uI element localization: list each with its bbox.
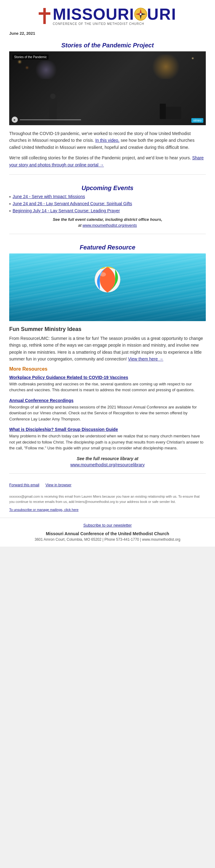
play-button[interactable]: ▶ <box>12 117 18 123</box>
logo-text-group: MISSOURI URI CONFERENCE OF THE UNITED ME… <box>53 6 177 26</box>
video-thumbnail[interactable]: Stories of the Pandemic ▶ vimeo <box>9 51 206 125</box>
video-bg <box>9 51 206 125</box>
events-section-title: Upcoming Events <box>9 181 206 194</box>
resource-link-3[interactable]: What is Discipleship? Small Group Discus… <box>9 427 206 432</box>
video-scene <box>9 51 206 125</box>
events-footer-at: at <box>78 223 82 227</box>
pandemic-body-1: Throughout the COVID-19 pandemic, we've … <box>9 130 206 151</box>
email-date: June 22, 2021 <box>9 31 35 36</box>
subscribe-newsletter-link[interactable]: Subscribe to our newsletter <box>9 523 206 527</box>
unsubscribe-link[interactable]: To unsubscribe or manage mailings, click… <box>9 508 79 512</box>
pandemic-section: Stories of the Pandemic Project <box>0 38 215 168</box>
unsubscribe-line: To unsubscribe or manage mailings, click… <box>0 508 215 512</box>
event-item-2: June 24 and 26 - Lay Servant Advanced Co… <box>9 201 206 207</box>
events-section: Upcoming Events June 24 - Serve with Imp… <box>0 181 215 227</box>
event-item-3: Beginning July 14 - Lay Servant Course: … <box>9 208 206 214</box>
light-effect-2 <box>34 61 58 79</box>
in-this-video-link[interactable]: In this video, <box>95 138 119 143</box>
resource-desc-1: With outbreaks persisting and vaccines o… <box>9 381 206 393</box>
events-calendar-link[interactable]: www.moumethodist.org/events <box>83 223 137 227</box>
resource-link-1[interactable]: Workplace Policy Guidance Related to COV… <box>9 375 206 380</box>
bokeh-1 <box>19 61 21 63</box>
pandemic-section-title: Stories of the Pandemic Project <box>0 38 215 51</box>
pandemic-text-3: We're still collecting stories for the S… <box>9 155 191 160</box>
svg-point-10 <box>100 272 106 277</box>
svg-point-7 <box>140 13 142 15</box>
events-footer-link-line: at www.moumethodist.org/events <box>9 223 206 227</box>
resource-item-3: What is Discipleship? Small Group Discus… <box>9 427 206 451</box>
events-footer-note: See the full event calendar, including d… <box>9 217 206 222</box>
pool-shadow <box>9 297 206 321</box>
tripod-leg <box>160 104 166 119</box>
cross-icon <box>39 8 50 24</box>
resource-item-2: Annual Conference Recordings Recordings … <box>9 398 206 422</box>
church-name: Missouri Annual Conference of the United… <box>9 531 206 536</box>
compass-icon <box>134 8 147 21</box>
fun-ministry-body: From ResourceUMC: Summer is a time for f… <box>9 335 206 363</box>
view-in-browser-link[interactable]: View in browser <box>45 483 71 487</box>
fun-ministry-text: From ResourceUMC: Summer is a time for f… <box>9 336 203 362</box>
resource-desc-3: Many problems in the church today can be… <box>9 433 206 451</box>
divider-3 <box>9 473 206 474</box>
event-link-2[interactable]: June 24 and 26 - Lay Servant Advanced Co… <box>12 201 132 206</box>
event-link-1[interactable]: June 24 - Serve with Impact: Missions <box>12 194 85 199</box>
logo-container: MISSOURI URI CONFERENCE OF THE UNITED ME… <box>12 6 203 26</box>
view-them-link[interactable]: View them here → <box>128 356 164 362</box>
light-effect-1 <box>150 55 181 79</box>
library-link[interactable]: www.moumethodist.org/resourcelibrary <box>9 462 206 467</box>
date-line: June 22, 2021 <box>0 29 215 38</box>
event-item-1: June 24 - Serve with Impact: Missions <box>9 194 206 199</box>
event-link-3[interactable]: Beginning July 14 - Lay Servant Course: … <box>12 208 120 213</box>
person-head <box>50 93 56 99</box>
pandemic-body-2: We're still collecting stories for the S… <box>9 154 206 168</box>
resource-desc-2: Recordings of all worship and business s… <box>9 404 206 422</box>
featured-image <box>9 253 206 321</box>
resource-link-2[interactable]: Annual Conference Recordings <box>9 398 206 403</box>
logo-wordmark: MISSOURI <box>53 6 134 22</box>
events-list: June 24 - Serve with Impact: Missions Ju… <box>9 194 206 214</box>
church-address: 3601 Amron Court, Columbia, MO 65202 | P… <box>9 537 206 541</box>
events-footer-text: See the full event calendar, including d… <box>53 217 163 222</box>
video-controls[interactable]: ▶ <box>12 117 81 123</box>
pandemic-content: Throughout the COVID-19 pandemic, we've … <box>0 130 215 168</box>
logo-missouri: MISSOURI URI <box>53 6 177 22</box>
fun-ministry-title: Fun Summer Ministry Ideas <box>9 326 206 333</box>
svg-rect-0 <box>43 8 46 24</box>
divider-2 <box>9 234 206 234</box>
header: MISSOURI URI CONFERENCE OF THE UNITED ME… <box>0 0 215 29</box>
logo-wordmark-2: URI <box>147 6 177 22</box>
bokeh-3 <box>192 58 193 59</box>
featured-section-title: Featured Resource <box>0 240 215 253</box>
logo-subtitle: CONFERENCE OF THE UNITED METHODIST CHURC… <box>53 22 144 26</box>
library-note: See the full resource library at <box>9 456 206 461</box>
video-label: Stories of the Pandemic <box>12 55 48 60</box>
footer-notice: xxxxxxx@gmail.com is receiving this emai… <box>0 494 215 505</box>
video-progress-bar[interactable] <box>20 119 81 120</box>
resource-item-1: Workplace Policy Guidance Related to COV… <box>9 375 206 393</box>
featured-section: Featured Resource <box>0 240 215 467</box>
footer-bottom: Subscribe to our newsletter Missouri Ann… <box>0 518 215 547</box>
featured-content: Fun Summer Ministry Ideas From ResourceU… <box>0 326 215 467</box>
vimeo-badge: vimeo <box>191 118 203 123</box>
library-note-text: See the full resource library at <box>77 456 139 461</box>
svg-rect-1 <box>39 12 50 15</box>
bokeh-2 <box>26 67 28 69</box>
more-resources-title: More Resources <box>9 366 206 372</box>
action-links: Forward this email View in browser <box>0 480 215 490</box>
forward-email-link[interactable]: Forward this email <box>9 483 39 487</box>
beach-ball <box>94 266 121 293</box>
